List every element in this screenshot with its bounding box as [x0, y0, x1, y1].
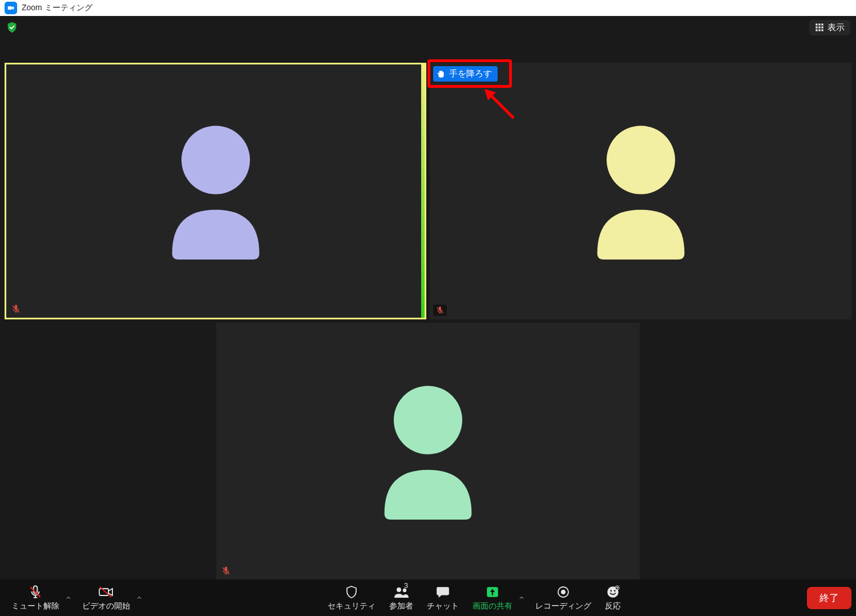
- record-label: レコーディング: [535, 601, 591, 611]
- start-video-label: ビデオの開始: [82, 601, 130, 611]
- svg-rect-4: [815, 26, 817, 28]
- grid-icon: [815, 23, 824, 32]
- participant-tile-2[interactable]: 手を降ろす: [430, 63, 851, 319]
- participant-tile-1[interactable]: [5, 63, 426, 319]
- svg-rect-7: [815, 29, 817, 31]
- share-screen-label: 画面の共有: [473, 601, 512, 611]
- view-button-label: 表示: [827, 22, 845, 33]
- lower-hand-button[interactable]: 手を降ろす: [433, 66, 498, 82]
- end-meeting-label: 終了: [819, 593, 839, 603]
- share-screen-button[interactable]: 画面の共有: [466, 579, 519, 616]
- svg-rect-8: [818, 29, 820, 31]
- mic-muted-icon: [11, 304, 21, 314]
- lower-hand-label: 手を降ろす: [449, 68, 492, 79]
- svg-point-10: [181, 125, 250, 194]
- meeting-topbar: 表示: [0, 16, 856, 39]
- share-screen-icon: [485, 584, 500, 600]
- video-grid: 手を降ろす: [5, 63, 851, 579]
- unmute-label: ミュート解除: [11, 601, 59, 611]
- participant-avatar-2: [430, 63, 851, 319]
- reactions-label: 反応: [605, 601, 621, 611]
- camera-off-icon: [98, 584, 114, 600]
- security-label: セキュリティ: [328, 601, 375, 611]
- svg-point-33: [614, 590, 616, 591]
- participants-label: 参加者: [389, 601, 413, 611]
- participant-avatar-3: [216, 323, 640, 579]
- chat-button[interactable]: チャット: [420, 579, 466, 616]
- participant-avatar-1: [6, 64, 425, 318]
- mic-muted-icon: [221, 566, 231, 576]
- chat-label: チャット: [427, 601, 459, 611]
- window-titlebar: Zoom ミーティング: [0, 0, 856, 16]
- participants-count: 3: [404, 582, 408, 590]
- participants-button[interactable]: 3 参加者: [382, 579, 420, 616]
- window-title: Zoom ミーティング: [22, 3, 92, 13]
- security-button[interactable]: セキュリティ: [321, 579, 382, 616]
- meeting-area: 表示 手を降ろす: [0, 16, 856, 616]
- record-button[interactable]: レコーディング: [528, 579, 598, 616]
- svg-rect-24: [99, 589, 108, 595]
- zoom-logo-icon: [5, 2, 17, 14]
- svg-point-16: [394, 386, 462, 454]
- participant-tile-3[interactable]: [216, 323, 640, 579]
- svg-rect-9: [821, 29, 823, 31]
- svg-point-32: [610, 590, 612, 591]
- svg-rect-5: [818, 26, 820, 28]
- reactions-icon: [605, 584, 620, 600]
- mic-muted-icon: [433, 305, 447, 316]
- microphone-muted-icon: [28, 584, 43, 600]
- svg-rect-0: [8, 6, 12, 10]
- meeting-toolbar: ミュート解除 ビデオの開始 セキュリティ 3 参加者: [0, 579, 856, 616]
- svg-rect-6: [821, 26, 823, 28]
- svg-point-13: [607, 125, 675, 194]
- svg-point-30: [561, 590, 566, 594]
- record-icon: [556, 584, 570, 600]
- svg-point-26: [397, 587, 401, 592]
- start-video-button[interactable]: ビデオの開始: [75, 579, 137, 616]
- unmute-button[interactable]: ミュート解除: [5, 579, 66, 616]
- raised-hand-icon: [437, 70, 446, 79]
- view-button[interactable]: 表示: [809, 20, 850, 35]
- chat-icon: [435, 584, 450, 600]
- shield-icon: [345, 584, 358, 600]
- svg-rect-2: [818, 23, 820, 25]
- reactions-button[interactable]: 反応: [598, 579, 628, 616]
- end-meeting-button[interactable]: 終了: [807, 587, 851, 609]
- svg-rect-3: [821, 23, 823, 25]
- encryption-shield-icon[interactable]: [6, 21, 18, 34]
- svg-rect-1: [815, 23, 817, 25]
